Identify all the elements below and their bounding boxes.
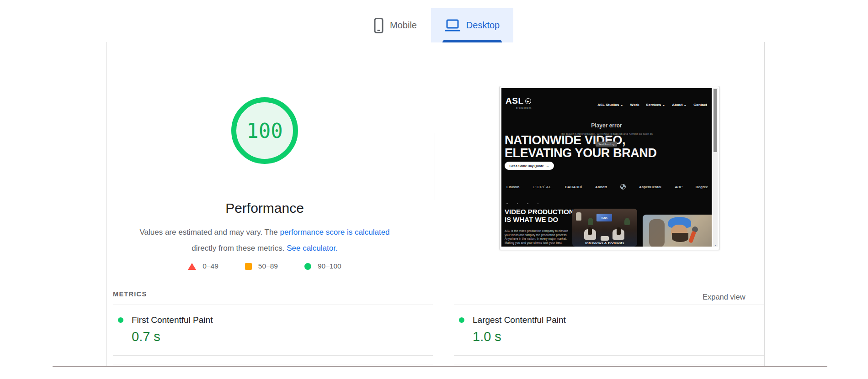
- plant-shape: [624, 218, 630, 225]
- client-logo-lincoln: Lincoln: [506, 185, 519, 189]
- legend-item-average: 50–89: [245, 262, 278, 270]
- metric-largest-contentful-paint: Largest Contentful Paint 1.0 s: [454, 305, 764, 356]
- next-row-top-border: [454, 364, 764, 364]
- tab-desktop-label: Desktop: [466, 20, 500, 31]
- microphone-shape: [688, 231, 696, 243]
- section-body-line2: your ideas and simplify the production p…: [505, 233, 567, 237]
- client-logo-adp: ADP: [675, 185, 682, 189]
- site-logo: ASL ▶: [506, 96, 531, 106]
- client-logos-row: Lincoln L'ORÉAL BACARDÍ Abbott AspenDent…: [506, 184, 708, 190]
- cta-arrow-icon: →: [546, 164, 549, 168]
- desktop-laptop-icon: [445, 19, 460, 32]
- section-body-line4: Making you and your clients look your be…: [505, 241, 562, 244]
- player-error-line2: possible.: [601, 136, 612, 139]
- tab-mobile-label: Mobile: [390, 20, 417, 31]
- legend-pass-label: 90–100: [318, 262, 341, 270]
- legend-item-fail: 0–49: [188, 262, 218, 270]
- column-divider: [435, 133, 435, 200]
- tab-mobile[interactable]: Mobile: [359, 8, 431, 42]
- mobile-phone-icon: [373, 17, 384, 34]
- section-title-line2: IS WHAT WE DO: [505, 216, 558, 223]
- player-error-message: The player is having trouble. We'll have…: [501, 132, 712, 139]
- score-legend: 0–49 50–89 90–100: [107, 262, 423, 270]
- site-nav: ASL Studios ⌄ Work Services ⌄ About ⌄ Co…: [597, 103, 707, 107]
- bmw-roundel-icon: [620, 184, 626, 190]
- photo-card-caption: Interviews & Podcasts: [572, 241, 637, 245]
- report-card-right-border: [764, 42, 765, 367]
- dot-icon: [527, 203, 528, 204]
- performance-score-gauge[interactable]: 100: [231, 97, 298, 164]
- fail-triangle-icon: [188, 263, 196, 270]
- metric-header: First Contentful Paint: [118, 315, 433, 325]
- scrollbar-thumb: [714, 89, 717, 152]
- legend-average-label: 50–89: [258, 262, 278, 270]
- section-title-line1: VIDEO PRODUCTION: [505, 208, 574, 216]
- table-shape: [601, 236, 609, 241]
- disclaimer-text-line2: directly from these metrics.: [192, 244, 287, 253]
- pagespeed-report: Mobile Desktop 100 Performance Values ar…: [0, 0, 868, 379]
- site-nav-item: Contact: [693, 103, 707, 107]
- player-error-line1: The player is having trouble. We'll have…: [560, 132, 653, 135]
- person-shape: [588, 227, 592, 235]
- site-nav-item: ASL Studios ⌄: [597, 103, 623, 107]
- dot-icon: [517, 203, 518, 204]
- screenshot-scrollbar: ⌄: [713, 88, 718, 247]
- interview-subject-photo-card: [643, 215, 712, 247]
- person-shape: [617, 227, 621, 235]
- screenshot-site-content: ASL ▶ productions ASL Studios ⌄ Work Ser…: [501, 88, 712, 247]
- score-calculation-link[interactable]: performance score is calculated: [280, 228, 390, 237]
- performance-score-value: 100: [246, 119, 282, 142]
- studio-screen: TENA: [596, 214, 612, 221]
- background-person-shape: [649, 219, 665, 247]
- play-circle-icon: ▶: [525, 98, 531, 104]
- next-row-top-border: [113, 364, 433, 364]
- site-section-title: VIDEO PRODUCTION IS WHAT WE DO: [505, 208, 574, 223]
- metric-name: First Contentful Paint: [132, 315, 213, 325]
- metric-value: 0.7 s: [132, 329, 433, 344]
- tab-desktop[interactable]: Desktop: [431, 8, 513, 42]
- scrollbar-down-arrow-icon: ⌄: [713, 243, 718, 247]
- client-logo-loreal: L'ORÉAL: [533, 185, 552, 189]
- client-logo-bacardi: BACARDÍ: [565, 185, 582, 189]
- legend-fail-label: 0–49: [202, 262, 218, 270]
- dot-icon: [506, 203, 508, 204]
- site-cta-button: Get a Same Day Quote →: [505, 162, 554, 170]
- performance-category-title: Performance: [107, 200, 423, 216]
- metric-status-dot-icon: [118, 317, 123, 323]
- expand-view-button[interactable]: Expand view: [703, 293, 746, 301]
- cta-label: Get a Same Day Quote: [509, 164, 543, 168]
- final-screenshot-thumbnail: ASL ▶ productions ASL Studios ⌄ Work Ser…: [499, 86, 720, 250]
- site-nav-item: Work: [630, 103, 639, 107]
- metric-status-dot-icon: [459, 317, 464, 323]
- plant-shape: [588, 218, 593, 225]
- client-logo-aspendental: AspenDental: [639, 185, 661, 189]
- studio-lamp-shape: [576, 212, 581, 221]
- see-calculator-link[interactable]: See calculator.: [287, 244, 338, 253]
- interviews-podcasts-photo-card: TENA Interviews & Podcasts: [572, 209, 637, 247]
- average-square-icon: [245, 263, 252, 270]
- metrics-heading: METRICS: [113, 290, 147, 298]
- site-logo-subtext: productions: [516, 107, 532, 109]
- score-disclaimer: Values are estimated and may vary. The p…: [107, 224, 423, 256]
- legend-item-pass: 90–100: [304, 262, 341, 270]
- hero-line2: ELEVATING YOUR BRAND: [505, 146, 657, 160]
- player-error-title: Player error: [501, 122, 712, 129]
- site-nav-item: About ⌄: [672, 103, 687, 107]
- section-body-line1: ASL is the video production company to e…: [505, 229, 568, 232]
- site-nav-item: Services ⌄: [646, 103, 665, 107]
- viewport-bottom-edge: [53, 366, 827, 367]
- metric-header: Largest Contentful Paint: [459, 315, 764, 325]
- carousel-dots: [506, 203, 538, 204]
- performance-score-section: 100 Performance Values are estimated and…: [107, 42, 423, 298]
- disclaimer-text-line1: Values are estimated and may vary. The: [139, 228, 280, 237]
- section-body-line3: Anywhere in the nation, in every major m…: [505, 237, 567, 240]
- dot-icon: [538, 203, 539, 204]
- beard-shape: [672, 233, 688, 242]
- site-logo-text: ASL: [506, 96, 524, 106]
- active-tab-indicator: [442, 40, 502, 42]
- client-logo-degree: Degree: [696, 185, 708, 189]
- site-section-body: ASL is the video production company to e…: [505, 229, 578, 245]
- metric-name: Largest Contentful Paint: [473, 315, 566, 325]
- pass-circle-icon: [304, 263, 311, 270]
- client-logo-abbott: Abbott: [595, 185, 607, 189]
